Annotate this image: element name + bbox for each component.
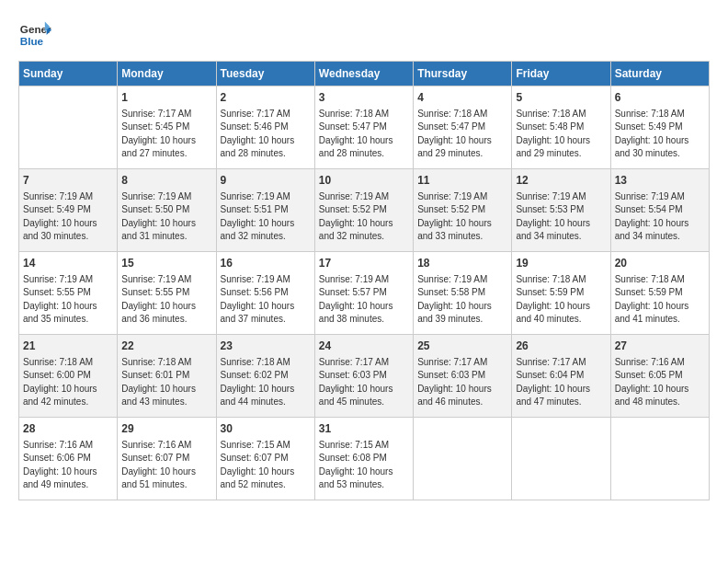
weekday-header-friday: Friday (512, 62, 610, 86)
weekday-header-tuesday: Tuesday (216, 62, 314, 86)
day-info: Sunrise: 7:18 AM Sunset: 6:02 PM Dayligh… (221, 356, 311, 409)
day-number: 15 (121, 256, 211, 271)
calendar-cell (19, 86, 118, 169)
calendar-table: SundayMondayTuesdayWednesdayThursdayFrid… (18, 61, 710, 500)
page-header: General Blue (18, 18, 710, 52)
day-number: 29 (121, 421, 211, 437)
calendar-cell: 9Sunrise: 7:19 AM Sunset: 5:51 PM Daylig… (216, 169, 314, 252)
day-number: 14 (23, 256, 113, 271)
day-info: Sunrise: 7:18 AM Sunset: 5:47 PM Dayligh… (417, 108, 507, 161)
day-number: 27 (615, 339, 705, 354)
weekday-header-row: SundayMondayTuesdayWednesdayThursdayFrid… (19, 62, 710, 86)
calendar-row: 21Sunrise: 7:18 AM Sunset: 6:00 PM Dayli… (19, 335, 710, 418)
day-info: Sunrise: 7:18 AM Sunset: 5:59 PM Dayligh… (615, 273, 705, 327)
calendar-cell: 12Sunrise: 7:19 AM Sunset: 5:53 PM Dayli… (512, 169, 610, 252)
weekday-header-wednesday: Wednesday (314, 62, 413, 86)
calendar-cell: 23Sunrise: 7:18 AM Sunset: 6:02 PM Dayli… (216, 335, 314, 418)
day-info: Sunrise: 7:18 AM Sunset: 6:01 PM Dayligh… (121, 356, 211, 409)
day-info: Sunrise: 7:16 AM Sunset: 6:05 PM Dayligh… (615, 356, 705, 409)
day-number: 10 (319, 173, 409, 189)
calendar-cell: 21Sunrise: 7:18 AM Sunset: 6:00 PM Dayli… (19, 335, 118, 418)
day-info: Sunrise: 7:18 AM Sunset: 6:00 PM Dayligh… (23, 356, 113, 409)
calendar-cell: 29Sunrise: 7:16 AM Sunset: 6:07 PM Dayli… (118, 418, 216, 500)
day-info: Sunrise: 7:19 AM Sunset: 5:56 PM Dayligh… (221, 273, 311, 327)
calendar-cell: 7Sunrise: 7:19 AM Sunset: 5:49 PM Daylig… (19, 169, 118, 252)
day-info: Sunrise: 7:17 AM Sunset: 5:45 PM Dayligh… (121, 108, 211, 161)
calendar-row: 28Sunrise: 7:16 AM Sunset: 6:06 PM Dayli… (19, 418, 710, 500)
calendar-cell: 11Sunrise: 7:19 AM Sunset: 5:52 PM Dayli… (414, 169, 512, 252)
day-info: Sunrise: 7:17 AM Sunset: 5:46 PM Dayligh… (221, 108, 311, 161)
calendar-cell: 4Sunrise: 7:18 AM Sunset: 5:47 PM Daylig… (414, 86, 512, 169)
day-number: 11 (417, 173, 507, 189)
day-number: 9 (221, 173, 311, 189)
day-info: Sunrise: 7:15 AM Sunset: 6:08 PM Dayligh… (319, 439, 409, 492)
calendar-cell: 24Sunrise: 7:17 AM Sunset: 6:03 PM Dayli… (314, 335, 413, 418)
day-number: 5 (516, 90, 606, 106)
calendar-cell: 28Sunrise: 7:16 AM Sunset: 6:06 PM Dayli… (19, 418, 118, 500)
day-number: 7 (23, 173, 113, 189)
day-info: Sunrise: 7:18 AM Sunset: 5:49 PM Dayligh… (615, 108, 705, 161)
day-number: 22 (121, 339, 211, 354)
day-number: 25 (417, 339, 507, 354)
calendar-cell: 10Sunrise: 7:19 AM Sunset: 5:52 PM Dayli… (314, 169, 413, 252)
calendar-cell: 16Sunrise: 7:19 AM Sunset: 5:56 PM Dayli… (216, 252, 314, 335)
weekday-header-saturday: Saturday (610, 62, 709, 86)
day-number: 20 (615, 256, 705, 271)
calendar-cell: 14Sunrise: 7:19 AM Sunset: 5:55 PM Dayli… (19, 252, 118, 335)
day-info: Sunrise: 7:19 AM Sunset: 5:51 PM Dayligh… (221, 190, 311, 244)
weekday-header-sunday: Sunday (19, 62, 118, 86)
day-info: Sunrise: 7:19 AM Sunset: 5:57 PM Dayligh… (319, 273, 409, 327)
calendar-cell: 17Sunrise: 7:19 AM Sunset: 5:57 PM Dayli… (314, 252, 413, 335)
day-number: 31 (319, 421, 409, 437)
day-info: Sunrise: 7:19 AM Sunset: 5:58 PM Dayligh… (417, 273, 507, 327)
calendar-cell: 20Sunrise: 7:18 AM Sunset: 5:59 PM Dayli… (610, 252, 709, 335)
day-info: Sunrise: 7:17 AM Sunset: 6:03 PM Dayligh… (417, 356, 507, 409)
day-info: Sunrise: 7:17 AM Sunset: 6:04 PM Dayligh… (516, 356, 606, 409)
calendar-cell: 8Sunrise: 7:19 AM Sunset: 5:50 PM Daylig… (118, 169, 216, 252)
calendar-cell: 1Sunrise: 7:17 AM Sunset: 5:45 PM Daylig… (118, 86, 216, 169)
svg-text:Blue: Blue (20, 35, 44, 47)
calendar-cell: 22Sunrise: 7:18 AM Sunset: 6:01 PM Dayli… (118, 335, 216, 418)
calendar-cell (512, 418, 610, 500)
day-number: 3 (319, 90, 409, 106)
day-number: 2 (221, 90, 311, 106)
day-number: 18 (417, 256, 507, 271)
day-number: 17 (319, 256, 409, 271)
day-number: 4 (417, 90, 507, 106)
logo: General Blue (18, 18, 51, 52)
day-number: 19 (516, 256, 606, 271)
calendar-row: 7Sunrise: 7:19 AM Sunset: 5:49 PM Daylig… (19, 169, 710, 252)
day-info: Sunrise: 7:18 AM Sunset: 5:48 PM Dayligh… (516, 108, 606, 161)
day-number: 24 (319, 339, 409, 354)
calendar-cell: 6Sunrise: 7:18 AM Sunset: 5:49 PM Daylig… (610, 86, 709, 169)
calendar-cell: 27Sunrise: 7:16 AM Sunset: 6:05 PM Dayli… (610, 335, 709, 418)
calendar-cell: 5Sunrise: 7:18 AM Sunset: 5:48 PM Daylig… (512, 86, 610, 169)
day-number: 6 (615, 90, 705, 106)
calendar-row: 1Sunrise: 7:17 AM Sunset: 5:45 PM Daylig… (19, 86, 710, 169)
day-number: 30 (221, 421, 311, 437)
day-info: Sunrise: 7:19 AM Sunset: 5:52 PM Dayligh… (417, 190, 507, 244)
day-info: Sunrise: 7:19 AM Sunset: 5:53 PM Dayligh… (516, 190, 606, 244)
weekday-header-monday: Monday (118, 62, 216, 86)
day-number: 13 (615, 173, 705, 189)
calendar-cell (414, 418, 512, 500)
calendar-cell: 2Sunrise: 7:17 AM Sunset: 5:46 PM Daylig… (216, 86, 314, 169)
calendar-cell: 30Sunrise: 7:15 AM Sunset: 6:07 PM Dayli… (216, 418, 314, 500)
logo-icon: General Blue (18, 18, 51, 52)
calendar-cell: 26Sunrise: 7:17 AM Sunset: 6:04 PM Dayli… (512, 335, 610, 418)
calendar-cell: 25Sunrise: 7:17 AM Sunset: 6:03 PM Dayli… (414, 335, 512, 418)
calendar-cell: 15Sunrise: 7:19 AM Sunset: 5:55 PM Dayli… (118, 252, 216, 335)
day-number: 1 (121, 90, 211, 106)
calendar-cell: 13Sunrise: 7:19 AM Sunset: 5:54 PM Dayli… (610, 169, 709, 252)
weekday-header-thursday: Thursday (414, 62, 512, 86)
day-info: Sunrise: 7:19 AM Sunset: 5:50 PM Dayligh… (121, 190, 211, 244)
day-info: Sunrise: 7:19 AM Sunset: 5:55 PM Dayligh… (121, 273, 211, 327)
day-info: Sunrise: 7:16 AM Sunset: 6:06 PM Dayligh… (23, 439, 113, 492)
calendar-row: 14Sunrise: 7:19 AM Sunset: 5:55 PM Dayli… (19, 252, 710, 335)
day-info: Sunrise: 7:18 AM Sunset: 5:47 PM Dayligh… (319, 108, 409, 161)
day-info: Sunrise: 7:15 AM Sunset: 6:07 PM Dayligh… (221, 439, 311, 492)
calendar-cell: 19Sunrise: 7:18 AM Sunset: 5:59 PM Dayli… (512, 252, 610, 335)
day-number: 16 (221, 256, 311, 271)
day-number: 26 (516, 339, 606, 354)
day-number: 12 (516, 173, 606, 189)
